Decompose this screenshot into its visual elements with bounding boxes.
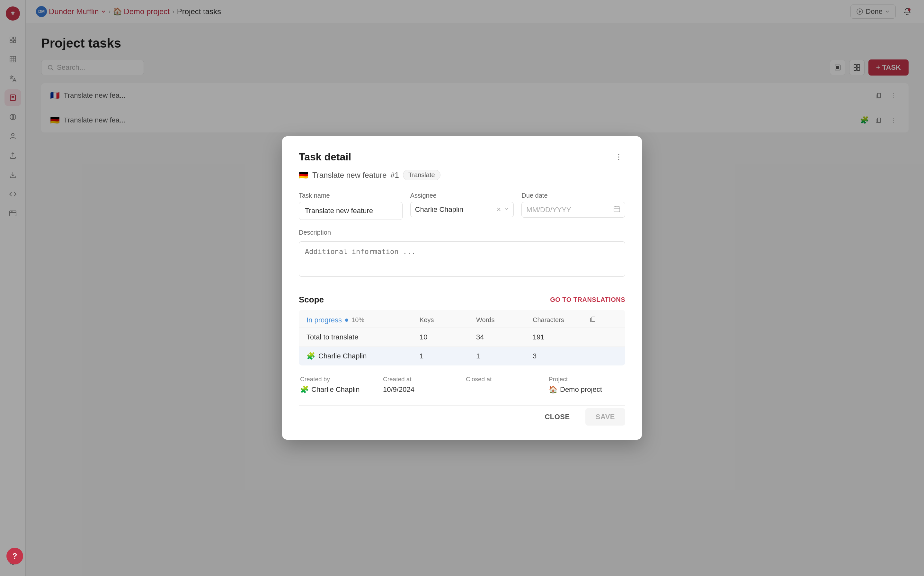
close-button[interactable]: CLOSE [534, 408, 580, 426]
created-at-value: 10/9/2024 [383, 386, 458, 394]
col-keys-header: Keys [420, 316, 476, 324]
progress-percent: 10% [351, 316, 364, 324]
calendar-icon[interactable] [613, 205, 621, 214]
col-characters-header: Characters [533, 316, 589, 324]
closed-at-meta: Closed at [466, 376, 541, 394]
svg-rect-38 [614, 207, 620, 212]
created-by-label: Created by [300, 376, 375, 383]
modal-footer: CLOSE SAVE [299, 405, 625, 426]
modal-title: Task detail [299, 151, 351, 163]
status-dot [345, 318, 348, 322]
go-to-translations-link[interactable]: GO TO TRANSLATIONS [550, 296, 625, 303]
assignee-avatar-icon: 🧩 [306, 352, 315, 360]
help-button[interactable]: ? [6, 548, 23, 565]
due-date-label: Due date [522, 192, 625, 199]
modal-task-number: #1 [390, 171, 399, 180]
assignee-row-label: Charlie Chaplin [318, 352, 367, 360]
closed-at-label: Closed at [466, 376, 541, 383]
total-label: Total to translate [306, 333, 420, 341]
assignee-row-words: 1 [476, 352, 533, 360]
status-label: In progress [306, 316, 342, 324]
meta-row: Created by 🧩 Charlie Chaplin Created at … [299, 376, 625, 394]
description-label: Description [299, 229, 625, 236]
scope-title: Scope [299, 295, 324, 305]
assignee-row-name: 🧩 Charlie Chaplin [306, 352, 420, 360]
project-meta-label: Project [549, 376, 624, 383]
progress-status: In progress 10% [306, 316, 420, 324]
assignee-row-keys: 1 [420, 352, 476, 360]
col-copy-icon[interactable] [589, 316, 618, 324]
task-detail-modal: Task detail ⋮ 🇩🇪 Translate new feature #… [282, 136, 642, 440]
modal-overlay: Task detail ⋮ 🇩🇪 Translate new feature #… [0, 0, 924, 576]
task-name-group: Task name [299, 192, 402, 220]
due-date-placeholder: MM/DD/YYYY [526, 206, 611, 214]
assignee-progress-row: 🧩 Charlie Chaplin 1 1 3 [299, 347, 625, 365]
scope-header: Scope GO TO TRANSLATIONS [299, 295, 625, 305]
assignee-group: Assignee Charlie Chaplin ✕ [410, 192, 514, 220]
assignee-dropdown-icon[interactable] [504, 206, 509, 213]
due-date-group: Due date MM/DD/YYYY [522, 192, 625, 220]
assignee-name: Charlie Chaplin [415, 205, 494, 214]
created-by-value: 🧩 Charlie Chaplin [300, 386, 375, 394]
total-words: 34 [476, 333, 533, 341]
due-date-field[interactable]: MM/DD/YYYY [522, 202, 625, 218]
progress-table: In progress 10% Keys Words Characters To… [299, 310, 625, 365]
modal-subtitle: 🇩🇪 Translate new feature #1 Translate [299, 170, 625, 180]
project-meta-value: 🏠 Demo project [549, 386, 624, 394]
assignee-field[interactable]: Charlie Chaplin ✕ [410, 202, 514, 217]
modal-task-name: Translate new feature [312, 171, 386, 180]
total-row: Total to translate 10 34 191 [299, 328, 625, 347]
save-button[interactable]: SAVE [586, 408, 625, 426]
task-type-badge: Translate [403, 170, 440, 180]
assignee-row-characters: 3 [533, 352, 589, 360]
description-group: Description [299, 229, 625, 286]
total-keys: 10 [420, 333, 476, 341]
task-name-label: Task name [299, 192, 402, 199]
description-textarea[interactable] [299, 242, 625, 277]
modal-header: Task detail ⋮ [299, 150, 625, 163]
modal-more-icon[interactable]: ⋮ [612, 150, 625, 163]
total-characters: 191 [533, 333, 589, 341]
created-by-avatar: 🧩 [300, 386, 309, 394]
assignee-label: Assignee [410, 192, 514, 199]
col-words-header: Words [476, 316, 533, 324]
project-meta: Project 🏠 Demo project [549, 376, 624, 394]
created-by-meta: Created by 🧩 Charlie Chaplin [300, 376, 375, 394]
progress-header-row: In progress 10% Keys Words Characters [299, 310, 625, 328]
task-name-input[interactable] [299, 202, 402, 220]
project-meta-icon: 🏠 [549, 386, 557, 394]
assignee-clear-icon[interactable]: ✕ [496, 206, 501, 213]
svg-rect-42 [592, 317, 595, 322]
modal-flag: 🇩🇪 [299, 171, 308, 180]
created-at-label: Created at [383, 376, 458, 383]
form-row: Task name Assignee Charlie Chaplin ✕ Due… [299, 192, 625, 220]
created-at-meta: Created at 10/9/2024 [383, 376, 458, 394]
